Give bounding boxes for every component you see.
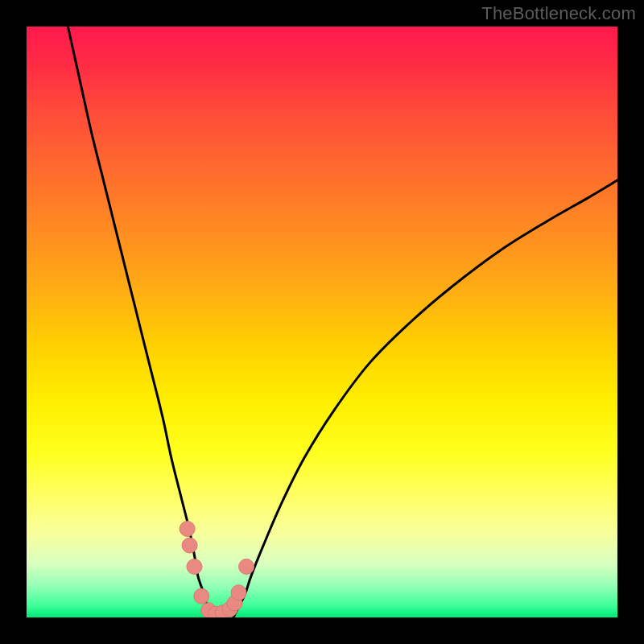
data-marker — [239, 559, 254, 574]
data-marker — [187, 559, 202, 574]
data-marker — [194, 588, 209, 604]
chart-frame: TheBottleneck.com — [0, 0, 644, 644]
plot-area — [27, 27, 617, 617]
curve-right-branch — [233, 180, 617, 617]
data-marker — [180, 521, 195, 536]
data-marker — [231, 585, 246, 601]
data-marker — [182, 538, 197, 553]
marker-group — [180, 521, 254, 617]
curve-group — [68, 27, 617, 617]
watermark-text: TheBottleneck.com — [481, 3, 636, 24]
bottleneck-curve-layer — [27, 27, 617, 617]
